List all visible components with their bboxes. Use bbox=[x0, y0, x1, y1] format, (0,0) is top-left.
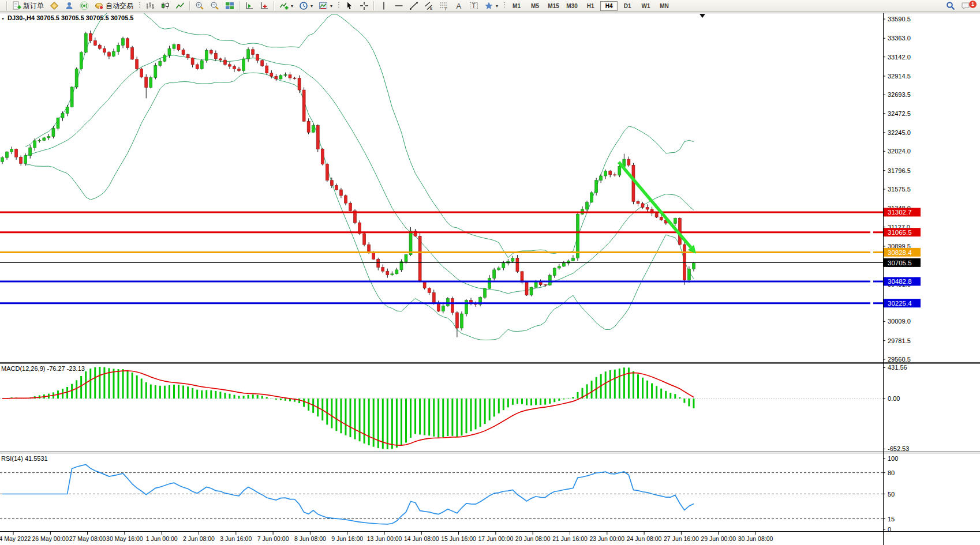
dropdown-caret[interactable]: ▾ bbox=[496, 3, 498, 9]
crosshair-button[interactable] bbox=[357, 0, 371, 12]
tile-windows-button[interactable] bbox=[223, 0, 237, 12]
tf-d1[interactable]: D1 bbox=[619, 1, 636, 11]
bull-candle bbox=[154, 66, 157, 78]
bull-candle bbox=[498, 268, 500, 270]
bar-chart-button[interactable] bbox=[143, 0, 157, 12]
add-indicator-button[interactable]: ▾ bbox=[277, 0, 296, 12]
notification-badge[interactable]: 1 bbox=[969, 1, 977, 8]
signal-icon bbox=[80, 1, 89, 10]
optimizer-button[interactable] bbox=[257, 0, 271, 12]
time-axis-label: 26 May 00:00 bbox=[32, 535, 69, 542]
chart-canvas[interactable]: 33590.533363.033142.032914.532693.532472… bbox=[0, 0, 980, 545]
time-axis-label: 9 Jun 16:00 bbox=[331, 535, 363, 542]
bear-candle bbox=[544, 285, 547, 285]
tf-m1[interactable]: M1 bbox=[508, 1, 525, 11]
price-tick-label: 31575.5 bbox=[888, 186, 911, 193]
periods-button[interactable]: ▾ bbox=[297, 0, 315, 12]
bear-candle bbox=[261, 61, 264, 66]
price-axis: 33590.533363.033142.032914.532693.532472… bbox=[883, 16, 911, 363]
level-drag-handle[interactable] bbox=[870, 231, 873, 234]
bear-candle bbox=[418, 236, 421, 281]
candlestick-chart-button[interactable] bbox=[158, 0, 172, 12]
strategy-tester-button[interactable] bbox=[242, 0, 256, 12]
text-label-button[interactable]: T bbox=[467, 0, 481, 12]
templates-button[interactable]: ▾ bbox=[316, 0, 335, 12]
tester-chart-icon bbox=[245, 1, 254, 10]
horizontal-line-button[interactable] bbox=[392, 0, 406, 12]
signal-button[interactable] bbox=[77, 0, 91, 12]
clock-icon bbox=[299, 1, 308, 10]
tf-h4[interactable]: H4 bbox=[600, 1, 618, 11]
bull-candle bbox=[168, 48, 171, 55]
toolbar-grip[interactable] bbox=[337, 2, 340, 10]
level-drag-handle[interactable] bbox=[870, 302, 873, 305]
bear-candle bbox=[432, 292, 435, 303]
search-button[interactable] bbox=[944, 0, 957, 12]
text-label-icon: T bbox=[469, 1, 478, 10]
tf-h1[interactable]: H1 bbox=[582, 1, 599, 11]
line-chart-button[interactable] bbox=[173, 0, 187, 12]
rsi-axis-label: 0 bbox=[888, 526, 891, 533]
tf-w1[interactable]: W1 bbox=[637, 1, 654, 11]
trendline-button[interactable] bbox=[407, 0, 421, 12]
equidistant-channel-button[interactable]: E bbox=[422, 0, 436, 12]
tf-m5[interactable]: M5 bbox=[526, 1, 544, 11]
bull-candle bbox=[1, 157, 4, 161]
vertical-line-button[interactable] bbox=[377, 0, 391, 12]
bear-candle bbox=[252, 50, 255, 55]
fibonacci-button[interactable]: F bbox=[437, 0, 451, 12]
dropdown-caret[interactable]: ▾ bbox=[291, 3, 293, 9]
profile-button[interactable] bbox=[62, 0, 76, 12]
rsi-line bbox=[2, 465, 694, 524]
bull-candle bbox=[409, 231, 412, 255]
bear-candle bbox=[191, 58, 194, 65]
dropdown-caret[interactable]: ▾ bbox=[311, 3, 313, 9]
crosshair-icon bbox=[360, 1, 369, 10]
bull-candle bbox=[465, 300, 468, 314]
toolbar-grip[interactable] bbox=[138, 2, 141, 10]
price-tick-label: 29781.5 bbox=[888, 337, 911, 344]
bear-candle bbox=[330, 181, 333, 186]
rsi-axis-label: 15 bbox=[888, 516, 895, 523]
tf-m30[interactable]: M30 bbox=[563, 1, 581, 11]
bear-candle bbox=[609, 171, 612, 175]
rsi-indicator-label: RSI(14) 41.5531 bbox=[1, 455, 48, 462]
bull-candle bbox=[38, 140, 41, 141]
zoom-out-button[interactable] bbox=[208, 0, 222, 12]
price-tick-label: 33590.5 bbox=[888, 16, 911, 22]
trend-arrow[interactable] bbox=[619, 162, 691, 247]
level-drag-handle[interactable] bbox=[870, 280, 873, 283]
new-order-icon bbox=[12, 1, 21, 10]
bull-candle bbox=[247, 50, 250, 59]
bear-candle bbox=[516, 258, 519, 271]
tf-mn[interactable]: MN bbox=[656, 1, 673, 11]
bear-candle bbox=[627, 159, 630, 165]
new-order-label: 新订单 bbox=[23, 1, 44, 11]
toolbar-grip[interactable] bbox=[503, 2, 506, 10]
time-axis-label: 27 May 08:00 bbox=[69, 535, 106, 542]
bear-candle bbox=[293, 78, 296, 78]
right-offset-marker-icon[interactable] bbox=[700, 14, 705, 18]
price-tick-label: 33142.0 bbox=[888, 54, 911, 61]
level-drag-handle[interactable] bbox=[870, 251, 873, 254]
tf-m15[interactable]: M15 bbox=[545, 1, 562, 11]
fibonacci-icon: F bbox=[439, 1, 448, 10]
clipped-market-icon[interactable] bbox=[0, 1, 4, 10]
level-price-badge-text: 30705.5 bbox=[888, 260, 912, 266]
bear-candle bbox=[219, 59, 222, 60]
separator bbox=[6, 1, 8, 10]
dropdown-caret[interactable]: ▾ bbox=[330, 3, 332, 9]
bull-candle bbox=[446, 299, 449, 306]
autotrade-button[interactable]: 自动交易 bbox=[92, 0, 136, 12]
styler-button[interactable] bbox=[47, 0, 61, 12]
symbol-caret-icon[interactable]: ▾ bbox=[2, 16, 4, 21]
cursor-button[interactable] bbox=[342, 0, 356, 12]
time-axis-label: 7 Jun 00:00 bbox=[257, 535, 289, 542]
zoom-in-button[interactable] bbox=[193, 0, 207, 12]
bull-candle bbox=[57, 118, 59, 128]
bull-candle bbox=[553, 268, 556, 276]
bull-candle bbox=[488, 278, 491, 288]
new-order-button[interactable]: 新订单 bbox=[10, 0, 46, 12]
text-button[interactable]: A bbox=[452, 0, 466, 12]
arrows-button[interactable]: ▾ bbox=[482, 0, 500, 12]
